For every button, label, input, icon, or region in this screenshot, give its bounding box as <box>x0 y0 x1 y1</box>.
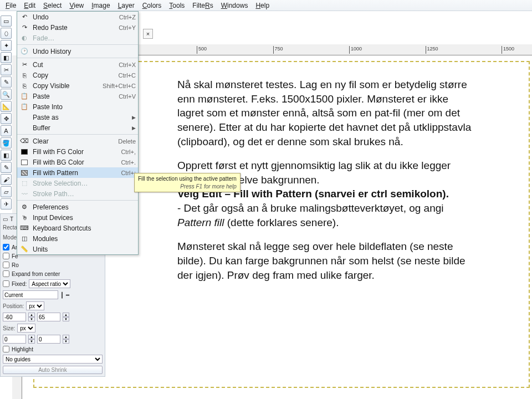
feather-checkbox[interactable] <box>3 253 9 259</box>
size-x-down[interactable]: ▼ <box>28 339 35 344</box>
antialias-checkbox[interactable] <box>3 244 9 250</box>
menu-view[interactable]: View <box>66 1 87 11</box>
menu-colors[interactable]: Colors <box>139 1 165 11</box>
menu-copy-visible[interactable]: ⎘Copy VisibleShift+Ctrl+C <box>17 80 138 91</box>
fixed-select[interactable]: Aspect ratio <box>29 279 70 288</box>
rounded-checkbox[interactable] <box>3 262 9 268</box>
close-tab-button[interactable]: × <box>143 29 153 39</box>
menu-select[interactable]: Select <box>40 1 65 11</box>
pos-y-field[interactable] <box>37 313 60 321</box>
guides-select[interactable]: No guides <box>3 355 103 364</box>
menu-tools[interactable]: Tools <box>166 1 188 11</box>
airbrush-tool[interactable]: ✈ <box>1 198 12 209</box>
menu-buffer[interactable]: Buffer▶ <box>17 122 138 133</box>
fg-swatch-icon <box>21 149 28 155</box>
crop-tool[interactable]: ✂ <box>1 64 12 75</box>
history-icon: 🕑 <box>19 47 29 56</box>
text-tool[interactable]: A <box>1 125 12 136</box>
stroke-path-icon: 〰 <box>19 190 29 198</box>
paste-icon: 📋 <box>19 92 29 101</box>
color-select-tool[interactable]: ◧ <box>1 52 12 63</box>
free-select-tool[interactable]: ⬯ <box>1 28 12 39</box>
menu-preferences[interactable]: ⚙Preferences <box>17 202 138 212</box>
fuzzy-select-tool[interactable]: ✦ <box>1 40 12 51</box>
keyboard-icon: ⌨ <box>19 224 29 233</box>
pos-unit-select[interactable]: px <box>26 301 44 310</box>
measure-tool[interactable]: 📐 <box>1 101 12 112</box>
menu-help[interactable]: Help <box>252 1 273 11</box>
move-tool[interactable]: ✥ <box>1 113 12 124</box>
copy-visible-icon: ⎘ <box>19 81 29 90</box>
pencil-tool[interactable]: ✎ <box>1 162 12 173</box>
menu-image[interactable]: Image <box>88 1 113 11</box>
ruler-tick: 750 <box>273 46 283 54</box>
pos-y-down[interactable]: ▼ <box>63 317 69 321</box>
menu-undo[interactable]: ↶UndoCtrl+Z <box>17 12 138 22</box>
menu-clear[interactable]: ⌫ClearDelete <box>17 136 138 146</box>
size-x-field[interactable] <box>3 335 26 344</box>
redo-icon: ↷ <box>19 23 29 32</box>
menu-fill-fg[interactable]: Fill with FG ColorCtrl+, <box>17 146 138 157</box>
bucket-tool[interactable]: 🪣 <box>1 137 12 149</box>
toolbox: ▭⬯✦◧✂✎🔍📐✥A🪣◧✎🖌▱✈ <box>0 14 12 211</box>
menu-paste-as[interactable]: Paste as▶ <box>17 112 138 122</box>
menubar: File Edit Select View Image Layer Colors… <box>0 0 532 11</box>
menu-stroke-path: 〰Stroke Path… <box>17 188 138 199</box>
submenu-arrow-icon: ▶ <box>132 125 136 131</box>
menu-keyboard-shortcuts[interactable]: ⌨Keyboard Shortcuts <box>17 223 138 233</box>
portrait-icon[interactable]: ┃ <box>60 292 64 298</box>
menu-paste[interactable]: 📋PasteCtrl+V <box>17 91 138 101</box>
tool-title: T <box>10 216 13 222</box>
tooltip-text: Fill the selection using the active patt… <box>138 176 237 182</box>
submenu-arrow-icon: ▶ <box>132 115 136 120</box>
menu-cut[interactable]: ✂CutCtrl+X <box>17 59 138 70</box>
gradient-tool[interactable]: ◧ <box>1 150 12 161</box>
ruler-tick: 500 <box>197 46 207 54</box>
fixed-checkbox[interactable] <box>3 280 9 287</box>
eyedropper-tool[interactable]: ✎ <box>1 76 12 88</box>
ro-label: Ro <box>12 262 19 268</box>
menu-fade: ◐Fade… <box>17 33 138 43</box>
size-unit-select[interactable]: px <box>17 324 35 332</box>
copy-icon: ⎘ <box>19 71 29 80</box>
menu-modules[interactable]: ◫Modules <box>17 233 138 244</box>
brush-tool[interactable]: 🖌 <box>1 174 12 185</box>
stroke-selection-icon: ⬚ <box>19 179 29 188</box>
menu-edit[interactable]: Edit <box>21 1 39 11</box>
menu-paste-into[interactable]: 📋Paste Into <box>17 101 138 112</box>
ruler-tick: 1000 <box>349 46 362 54</box>
landscape-icon[interactable]: ━ <box>66 292 69 298</box>
menu-fill-pattern[interactable]: Fill with PatternCtrl+; <box>17 167 138 178</box>
menu-layer[interactable]: Layer <box>115 1 138 11</box>
pos-x-down[interactable]: ▼ <box>28 317 35 321</box>
menu-windows[interactable]: Windows <box>218 1 252 11</box>
menu-fill-bg[interactable]: Fill with BG ColorCtrl+. <box>17 157 138 167</box>
eraser-tool[interactable]: ▱ <box>1 186 12 197</box>
highlight-checkbox[interactable] <box>3 346 9 352</box>
size-y-field[interactable] <box>37 335 60 344</box>
menu-units[interactable]: 📏Units <box>17 244 138 254</box>
menu-input-devices[interactable]: 🖰Input Devices <box>17 212 138 223</box>
autoshrink-button[interactable]: Auto Shrink <box>3 366 103 374</box>
pos-y-up[interactable]: ▲ <box>63 313 69 317</box>
pos-x-up[interactable]: ▲ <box>28 313 35 317</box>
cut-icon: ✂ <box>19 60 29 69</box>
expand-checkbox[interactable] <box>3 270 9 277</box>
ruler-tick: 1250 <box>426 46 438 54</box>
size-y-up[interactable]: ▲ <box>63 335 69 339</box>
current-field[interactable] <box>3 290 58 299</box>
rect-select-tool[interactable]: ▭ <box>1 16 12 27</box>
size-y-down[interactable]: ▼ <box>63 339 69 344</box>
zoom-tool[interactable]: 🔍 <box>1 89 12 100</box>
pos-x-field[interactable] <box>3 313 26 321</box>
menu-file[interactable]: File <box>2 1 19 11</box>
menu-copy[interactable]: ⎘CopyCtrl+C <box>17 70 138 80</box>
menu-filters[interactable]: FilteRs <box>189 1 216 11</box>
instr-p3: Mønsteret skal nå legge seg over hele bi… <box>177 239 477 282</box>
menu-undo-history[interactable]: 🕑Undo History <box>17 46 138 57</box>
ruler-tick: 1500 <box>502 46 514 54</box>
input-devices-icon: 🖰 <box>19 213 29 222</box>
size-x-up[interactable]: ▲ <box>28 335 35 339</box>
menu-redo[interactable]: ↷Redo PasteCtrl+Y <box>17 22 138 33</box>
clear-icon: ⌫ <box>19 137 29 146</box>
